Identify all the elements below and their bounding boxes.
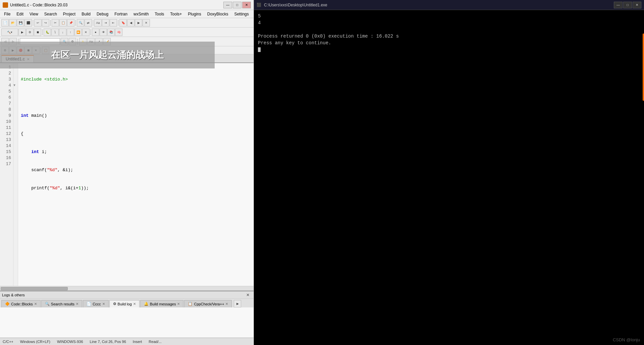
ln-16: 16 xyxy=(0,155,13,161)
breakpoint-btn[interactable]: ● xyxy=(92,29,99,36)
log-tab-cccc[interactable]: 📄 Cccc ✕ xyxy=(83,300,108,307)
minimize-button[interactable]: — xyxy=(223,2,232,8)
stop-btn[interactable]: ⏹ xyxy=(34,29,41,36)
save-btn[interactable]: 💾 xyxy=(17,19,24,27)
paste-btn[interactable]: 📌 xyxy=(67,19,74,27)
log-tab-search-label: Search results xyxy=(51,302,74,306)
continue-btn[interactable]: ⏩ xyxy=(74,29,82,36)
log-nav-btn[interactable]: ▶ xyxy=(234,300,241,307)
undo-btn[interactable]: ↩ xyxy=(34,19,42,27)
menu-settings[interactable]: Settings xyxy=(231,11,251,17)
ln-15: 15 xyxy=(0,149,13,155)
scrollbar-thumb[interactable] xyxy=(1,287,68,290)
save-all-btn[interactable]: ⬛ xyxy=(24,19,32,27)
replace-btn[interactable]: ⇄ xyxy=(85,19,92,27)
notes-btn[interactable]: 📝 xyxy=(103,38,111,45)
menu-doxyblocks[interactable]: DoxyBlocks xyxy=(205,11,231,17)
search-opts-btn[interactable]: ⚙ xyxy=(69,38,76,45)
terminal-close[interactable]: ✕ xyxy=(633,2,641,8)
menu-build[interactable]: Build xyxy=(79,11,93,17)
ide-title-bar: Untitled1.c - Code::Blocks 20.03 — □ ✕ xyxy=(0,0,254,10)
match-btn[interactable]: Aa xyxy=(87,38,95,45)
match-case-btn[interactable]: Aa xyxy=(94,19,102,27)
ln-10: 10 xyxy=(0,119,13,125)
status-encoding: WINDOWS-936 xyxy=(57,340,83,344)
log-tab-cppcheck[interactable]: 📋 CppCheck/Vera++ ✕ xyxy=(184,300,232,307)
abort-btn[interactable]: ✕ xyxy=(82,29,90,36)
menu-project[interactable]: Project xyxy=(60,11,78,17)
file-tab-untitled1[interactable]: Untitled1.c ✕ xyxy=(1,55,34,62)
memory-btn[interactable]: 🧠 xyxy=(115,29,122,36)
menu-file[interactable]: File xyxy=(1,11,13,17)
debug-small-btn[interactable]: 🔴 xyxy=(17,47,24,54)
menu-wxsmith[interactable]: wxSmith xyxy=(131,11,151,17)
menu-fortran[interactable]: Fortran xyxy=(112,11,130,17)
callstack-btn[interactable]: 📚 xyxy=(107,29,115,36)
build-btn[interactable]: ⚙ xyxy=(26,29,34,36)
sep1 xyxy=(33,20,33,26)
menu-search[interactable]: Search xyxy=(42,11,60,17)
log-tab-search[interactable]: 🔍 Search results ✕ xyxy=(41,300,82,307)
find-btn[interactable]: 🔍 xyxy=(77,19,84,27)
log-tab-codeblocks[interactable]: 🔶 Code::Blocks ✕ xyxy=(1,300,41,307)
step-over-btn[interactable]: ⤵ xyxy=(51,29,59,36)
open-btn[interactable]: 📂 xyxy=(9,19,16,27)
menu-tools[interactable]: Tools xyxy=(152,11,167,17)
menu-view[interactable]: View xyxy=(27,11,41,17)
log-tab-cppcheck-close[interactable]: ✕ xyxy=(225,302,228,306)
debug-btn[interactable]: 🐛 xyxy=(44,29,51,36)
close-small-btn[interactable]: ✕ xyxy=(32,47,40,54)
log-tab-buildlog[interactable]: ⚙ Build log ✕ xyxy=(109,300,140,307)
toolbar-row1: 📄 📂 💾 ⬛ ↩ ↪ ✂ 📋 📌 🔍 ⇄ Aa ⇥ ⇤ 🔖 ◀ ▶ ✕ xyxy=(0,18,254,28)
ln-11: 11 xyxy=(0,125,13,131)
notes-small-btn[interactable]: 📋 xyxy=(42,47,49,54)
menu-tools-plus[interactable]: Tools+ xyxy=(167,11,184,17)
terminal-maximize[interactable]: □ xyxy=(623,2,632,8)
sep3 xyxy=(75,20,76,26)
bookmark-btn[interactable]: 🔖 xyxy=(119,19,127,27)
step-into-btn[interactable]: ↓ xyxy=(59,29,66,36)
next-bookmark-btn[interactable]: ▶ xyxy=(135,19,142,27)
prev-bookmark-btn[interactable]: ◀ xyxy=(127,19,135,27)
build-target-dropdown[interactable]: 🔨▾ xyxy=(1,29,18,36)
log-close-btn[interactable]: ✕ xyxy=(244,291,252,299)
log-tab-codeblocks-close[interactable]: ✕ xyxy=(34,302,37,306)
log-tab-buildmsg-close[interactable]: ✕ xyxy=(177,302,180,306)
code-line-6: scanf("%d", &i); xyxy=(21,167,251,173)
step-out-btn[interactable]: ↑ xyxy=(67,29,74,36)
redo-btn[interactable]: ↪ xyxy=(42,19,49,27)
log-tab-buildmsg[interactable]: 🔔 Build messages ✕ xyxy=(140,300,184,307)
maximize-button[interactable]: □ xyxy=(233,2,241,8)
code-text[interactable]: #include <stdio.h> int main() { int i; s… xyxy=(18,63,254,286)
watch-btn[interactable]: 👁 xyxy=(100,29,107,36)
new-file-btn[interactable]: 📄 xyxy=(1,19,9,27)
menu-plugins[interactable]: Plugins xyxy=(185,11,204,17)
highlight-btn[interactable]: A xyxy=(79,38,87,45)
code-editor[interactable]: 1 2 3 4 5 6 7 8 9 10 11 12 13 14 15 16 1… xyxy=(0,63,254,286)
ln-13: 13 xyxy=(0,137,13,143)
log-tab-search-close[interactable]: ✕ xyxy=(76,302,78,306)
stop-small-btn[interactable]: ⏹ xyxy=(24,47,32,54)
ide-title: Untitled1.c - Code::Blocks 20.03 xyxy=(10,3,67,7)
nav-back-btn[interactable]: ◁ xyxy=(1,38,9,45)
unindent-btn[interactable]: ⇤ xyxy=(110,19,117,27)
menu-debug[interactable]: Debug xyxy=(94,11,111,17)
regex-btn[interactable]: .* xyxy=(95,38,103,45)
search-input[interactable] xyxy=(20,38,60,45)
file-tab-close[interactable]: ✕ xyxy=(27,57,30,61)
indent-btn[interactable]: ⇥ xyxy=(102,19,109,27)
menu-edit[interactable]: Edit xyxy=(14,11,26,17)
run-small-btn[interactable]: ▶ xyxy=(9,47,16,54)
settings-small-btn[interactable]: ⚙ xyxy=(1,47,9,54)
nav-fwd-btn[interactable]: ▷ xyxy=(9,38,17,45)
cut-btn[interactable]: ✂ xyxy=(52,19,59,27)
log-tab-buildlog-close[interactable]: ✕ xyxy=(133,302,136,306)
run-btn[interactable]: ▶ xyxy=(18,29,26,36)
copy-btn[interactable]: 📋 xyxy=(59,19,67,27)
close-button[interactable]: ✕ xyxy=(242,2,251,8)
clear-bookmarks-btn[interactable]: ✕ xyxy=(143,19,150,27)
h-scrollbar[interactable] xyxy=(0,286,254,291)
terminal-minimize[interactable]: — xyxy=(614,2,623,8)
log-tab-cccc-close[interactable]: ✕ xyxy=(102,302,105,306)
search-go-btn[interactable]: 🔍 xyxy=(61,38,68,45)
